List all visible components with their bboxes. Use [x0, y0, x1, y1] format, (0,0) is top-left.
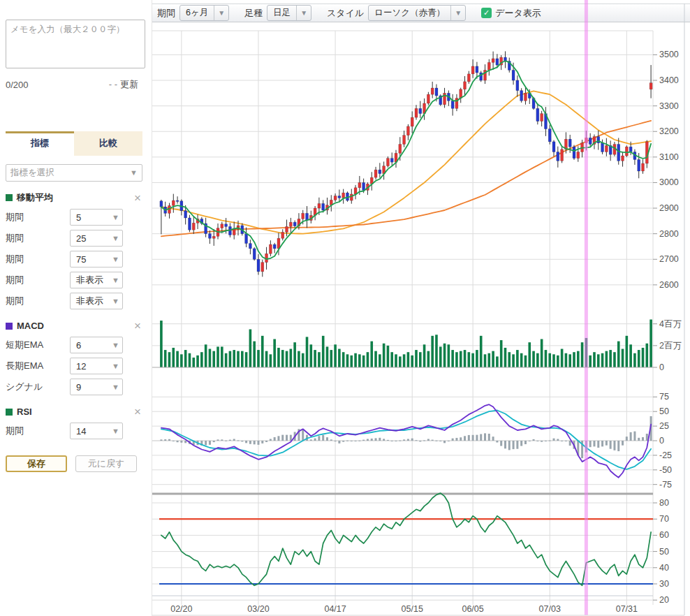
- param-select[interactable]: 非表示▼: [70, 272, 123, 288]
- svg-text:75: 75: [659, 392, 669, 402]
- moving-averages: [161, 91, 651, 236]
- svg-text:03/20: 03/20: [247, 604, 269, 614]
- param-select[interactable]: 6▼: [70, 337, 123, 353]
- stock-chart-canvas[interactable]: 3500340033003200310030002900280027002600…: [152, 0, 690, 616]
- tab-compare[interactable]: 比較: [74, 131, 142, 156]
- svg-text:70: 70: [659, 514, 669, 524]
- svg-text:2600: 2600: [659, 280, 679, 290]
- param-label: 期間: [6, 274, 70, 286]
- svg-text:40: 40: [659, 563, 669, 573]
- svg-text:-50: -50: [659, 465, 672, 475]
- param-value: 25: [76, 233, 86, 244]
- memo-updated-value: - -: [109, 79, 117, 89]
- close-icon[interactable]: ×: [133, 320, 142, 332]
- candlesticks: [160, 51, 652, 277]
- section-macd: MACD × 短期EMA 6▼ 長期EMA 12▼ シグナル 9▼: [6, 320, 145, 396]
- param-select[interactable]: 14▼: [70, 423, 123, 439]
- param-row: 期間 75▼: [6, 250, 142, 268]
- tab-indicators[interactable]: 指標: [6, 131, 74, 156]
- param-select[interactable]: 9▼: [70, 379, 123, 395]
- param-select[interactable]: 75▼: [70, 251, 123, 267]
- svg-text:04/17: 04/17: [324, 604, 346, 614]
- svg-text:80: 80: [659, 498, 669, 508]
- svg-text:2800: 2800: [659, 229, 679, 239]
- section-rsi: RSI × 期間 14▼: [6, 406, 145, 440]
- svg-text:2900: 2900: [659, 203, 679, 213]
- param-label: 長期EMA: [6, 360, 70, 372]
- memo-update-button[interactable]: 更新: [120, 79, 138, 89]
- param-label: 期間: [6, 253, 70, 265]
- param-label: 期間: [6, 295, 70, 307]
- svg-text:-25: -25: [659, 450, 672, 460]
- svg-text:07/03: 07/03: [539, 604, 561, 614]
- param-value: 非表示: [76, 295, 103, 307]
- svg-text:06/05: 06/05: [462, 604, 483, 614]
- chevron-down-icon: ▼: [112, 256, 119, 263]
- chevron-down-icon: ▼: [112, 383, 119, 391]
- param-label: 期間: [6, 211, 70, 223]
- chevron-down-icon: ▼: [130, 169, 138, 177]
- param-row: 期間 非表示▼: [6, 271, 142, 289]
- section-title: 移動平均: [17, 191, 133, 204]
- param-row: 長期EMA 12▼: [6, 357, 142, 375]
- param-row: 短期EMA 6▼: [6, 336, 142, 354]
- param-select[interactable]: 非表示▼: [70, 293, 123, 309]
- param-label: 期間: [6, 425, 70, 437]
- indicator-select-placeholder: 指標を選択: [10, 167, 54, 179]
- memo-updated: - -更新: [109, 78, 138, 91]
- param-value: 75: [76, 254, 86, 265]
- chart-region: 期間 6ヶ月▼ 足種 日足▼ スタイル ローソク（赤青）▼ ✓ データ表示 35…: [152, 0, 690, 616]
- chevron-down-icon: ▼: [112, 298, 119, 305]
- svg-text:3400: 3400: [659, 75, 679, 85]
- svg-text:3500: 3500: [659, 50, 679, 59]
- svg-text:3200: 3200: [659, 126, 679, 136]
- indicator-sidebar: 0/200 - -更新 指標 比較 指標を選択 ▼ 移動平均 × 期間 5▼ 期…: [0, 0, 152, 616]
- svg-text:0: 0: [659, 436, 664, 446]
- svg-text:3300: 3300: [659, 101, 679, 111]
- svg-text:3000: 3000: [659, 177, 679, 187]
- memo-char-counter: 0/200: [6, 80, 29, 90]
- chevron-down-icon: ▼: [112, 277, 119, 284]
- memo-input[interactable]: [6, 20, 145, 68]
- reset-button[interactable]: 元に戻す: [75, 455, 137, 472]
- svg-text:05/15: 05/15: [402, 604, 423, 614]
- stock-chart-app: { "sidebar": { "memo": {"placeholder": "…: [0, 0, 690, 616]
- section-title: RSI: [17, 406, 133, 417]
- svg-text:2百万: 2百万: [659, 341, 682, 351]
- volume-bars: [152, 319, 653, 367]
- chevron-down-icon: ▼: [112, 214, 119, 221]
- svg-text:50: 50: [659, 406, 669, 416]
- svg-text:07/31: 07/31: [616, 604, 638, 614]
- chevron-down-icon: ▼: [112, 427, 119, 435]
- chart-borders: [152, 3, 684, 615]
- param-row: シグナル 9▼: [6, 378, 142, 396]
- param-value: 14: [76, 426, 86, 437]
- svg-text:-75: -75: [659, 480, 672, 490]
- param-value: 5: [76, 212, 81, 223]
- param-select[interactable]: 25▼: [70, 230, 123, 247]
- param-value: 6: [76, 340, 81, 351]
- param-label: シグナル: [6, 381, 70, 393]
- chevron-down-icon: ▼: [112, 362, 119, 370]
- section-moving-average: 移動平均 × 期間 5▼ 期間 25▼ 期間 75▼ 期間 非表示▼ 期間 非表…: [6, 191, 145, 310]
- param-label: 期間: [6, 232, 70, 244]
- save-button[interactable]: 保存: [6, 455, 67, 472]
- svg-text:20: 20: [659, 595, 669, 605]
- svg-text:25: 25: [659, 421, 669, 431]
- svg-text:50: 50: [659, 547, 669, 557]
- param-row: 期間 非表示▼: [6, 292, 142, 310]
- svg-text:02/20: 02/20: [170, 604, 192, 614]
- param-row: 期間 25▼: [6, 229, 142, 247]
- param-value: 12: [76, 361, 86, 372]
- close-icon[interactable]: ×: [133, 406, 142, 418]
- param-select[interactable]: 12▼: [70, 358, 123, 374]
- close-icon[interactable]: ×: [133, 192, 142, 204]
- param-label: 短期EMA: [6, 339, 70, 351]
- legend-square-icon: [6, 409, 13, 416]
- legend-square-icon: [6, 194, 13, 201]
- param-value: 9: [76, 382, 81, 393]
- param-select[interactable]: 5▼: [70, 209, 123, 226]
- svg-text:4百万: 4百万: [659, 319, 682, 329]
- indicator-select[interactable]: 指標を選択 ▼: [6, 164, 142, 182]
- svg-text:3100: 3100: [659, 152, 679, 162]
